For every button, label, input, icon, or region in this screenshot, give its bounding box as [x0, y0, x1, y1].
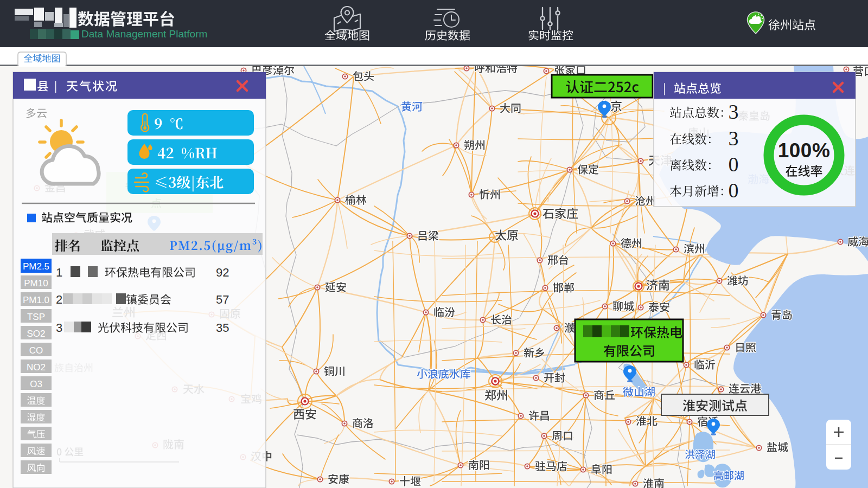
svg-text:3: 3: [729, 127, 739, 150]
svg-text:57: 57: [216, 293, 229, 306]
svg-text:1: 1: [56, 266, 62, 279]
svg-text:PM10: PM10: [24, 278, 48, 288]
svg-text:100%: 100%: [778, 139, 831, 162]
svg-text:2: 2: [56, 293, 62, 306]
svg-text:0: 0: [729, 153, 739, 176]
svg-text:O3: O3: [30, 379, 42, 389]
svg-text:PM2.5: PM2.5: [23, 261, 49, 272]
svg-text:Data Management Platform: Data Management Platform: [81, 28, 207, 40]
svg-text:TSP: TSP: [27, 312, 45, 322]
svg-text:0: 0: [729, 179, 739, 202]
svg-text:3: 3: [56, 321, 62, 335]
svg-text:CO: CO: [29, 345, 43, 356]
svg-text:92: 92: [216, 266, 229, 279]
svg-text:NO2: NO2: [27, 362, 46, 373]
svg-text:SO2: SO2: [27, 329, 45, 339]
svg-text:PM1.0: PM1.0: [23, 295, 49, 305]
svg-text:35: 35: [216, 321, 229, 335]
svg-text:3: 3: [729, 100, 739, 123]
